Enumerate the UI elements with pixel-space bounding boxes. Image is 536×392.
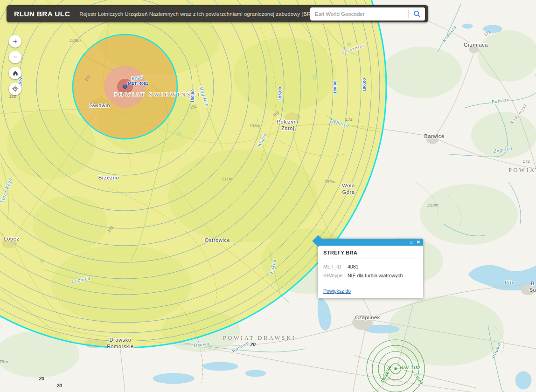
popup-field-row: BRAtype NIE dla turbin wiatrowych [323, 273, 418, 278]
field-value: NIE dla turbin wiatrowych [348, 273, 403, 278]
app-subtitle: Rejestr Lotniczych Urządzeń Naziemnych w… [79, 11, 310, 17]
popup-close-icon[interactable]: ✕ [417, 240, 420, 245]
zoom-out-label: − [13, 53, 18, 62]
zoom-in-button[interactable]: + [9, 35, 21, 48]
search-button[interactable] [409, 7, 425, 21]
home-icon [12, 70, 19, 76]
app-header: RLUN BRA ULC Rejestr Lotniczych Urządzeń… [7, 5, 428, 22]
feature-popup: □ ✕ STREFY BRA MET_ID 4081 BRAtype NIE d… [318, 239, 423, 298]
popup-titlebar: □ ✕ [318, 239, 423, 246]
popup-body: STREFY BRA MET_ID 4081 BRAtype NIE dla t… [318, 246, 423, 298]
app-title: RLUN BRA ULC [14, 10, 70, 18]
home-button[interactable] [9, 67, 21, 79]
search-input[interactable] [310, 11, 408, 17]
field-label: MET_ID [323, 264, 348, 269]
field-label: BRAtype [323, 273, 348, 278]
zoom-in-label: + [13, 37, 18, 46]
popup-field-row: MET_ID 4081 [323, 264, 418, 269]
locate-icon [12, 85, 19, 92]
zoom-to-link[interactable]: Powiększ do [323, 288, 351, 294]
geocoder-searchbox [310, 7, 425, 21]
popup-title: STREFY BRA [323, 250, 418, 259]
locate-button[interactable] [9, 83, 21, 95]
map-application: MET: 4081 NAV: 1132 SwidwinPolczyn- Zdro… [0, 0, 536, 392]
search-icon [413, 10, 421, 18]
zoom-out-button[interactable]: − [9, 51, 21, 63]
map-canvas[interactable] [0, 0, 536, 392]
popup-maximize-icon[interactable]: □ [411, 240, 413, 245]
field-value: 4081 [348, 264, 358, 269]
